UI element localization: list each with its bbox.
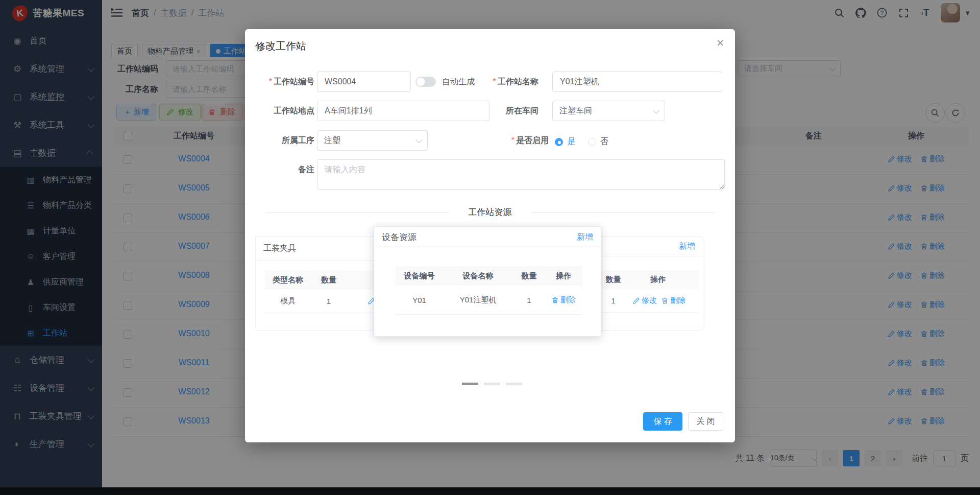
device-delete-link[interactable]: 删除 — [551, 295, 576, 304]
device-card-title: 设备资源 — [382, 231, 416, 243]
fixture-row-type: 模具 — [265, 296, 311, 306]
section-title: 工作站资源 — [449, 206, 531, 218]
chevron-down-icon — [653, 107, 660, 113]
close-icon[interactable]: × — [713, 35, 728, 51]
name-label: *工作站名称 — [449, 72, 538, 92]
device-card-add-link[interactable]: 新增 — [577, 232, 593, 243]
carousel-indicator[interactable] — [484, 383, 500, 385]
dialog-title: 修改工作站 — [255, 39, 306, 53]
enabled-no-radio[interactable]: 否 — [588, 136, 608, 147]
enabled-yes-radio[interactable]: 是 — [555, 136, 575, 147]
enabled-label: *是否启用 — [459, 130, 549, 151]
carousel-indicator[interactable] — [462, 383, 478, 385]
third-card-add-link[interactable]: 新增 — [679, 241, 695, 252]
process-select[interactable]: 注塑 — [317, 130, 428, 151]
app-screen: K 苦糖果MES ◉ 首页 ⚙ 系统管理 ▢ 系统监控 ⚒ 系统工具 ▤ 主数据… — [0, 0, 980, 495]
device-col-code: 设备编号 — [395, 271, 444, 281]
carousel-indicators — [462, 383, 522, 385]
fixture-col-qty: 数量 — [311, 275, 347, 285]
fixture-card-title: 工装夹具 — [263, 243, 296, 254]
carousel-indicator[interactable] — [506, 383, 522, 385]
device-col-name: 设备名称 — [444, 271, 512, 281]
chevron-down-icon — [416, 136, 423, 143]
device-row-qty: 1 — [512, 296, 546, 304]
workshop-select[interactable]: 注塑车间 — [552, 101, 665, 121]
code-label: *工作站编号 — [245, 72, 314, 92]
save-button[interactable]: 保 存 — [643, 412, 682, 431]
name-input[interactable] — [552, 72, 722, 92]
fixture-row-qty: 1 — [311, 297, 347, 305]
device-resource-card: 设备资源 新增 设备编号 设备名称 数量 操作 Y01 Y01注塑机 1 删除 — [374, 226, 601, 337]
third-col-actions: 操作 — [632, 275, 683, 285]
device-row-name: Y01注塑机 — [444, 295, 512, 305]
radio-unselected-icon — [588, 138, 596, 146]
edit-workstation-dialog: 修改工作站 × *工作站编号 自动生成 *工作站名称 工作站地点 所在车间 注塑… — [245, 29, 735, 442]
location-label: 工作站地点 — [245, 101, 314, 121]
auto-generate-toggle[interactable] — [415, 77, 436, 87]
workshop-label: 所在车间 — [449, 101, 538, 121]
third-delete-link[interactable]: 删除 — [661, 296, 685, 304]
device-row-code: Y01 — [395, 296, 444, 304]
third-edit-link[interactable]: 修改 — [632, 296, 657, 304]
device-col-actions: 操作 — [546, 271, 581, 281]
remark-label: 备注 — [245, 159, 314, 180]
radio-selected-icon — [555, 138, 563, 146]
process-label: 所属工序 — [245, 130, 314, 151]
remark-textarea[interactable] — [317, 159, 725, 190]
dialog-close-button[interactable]: 关 闭 — [688, 412, 723, 431]
device-col-qty: 数量 — [512, 271, 546, 281]
code-input[interactable] — [317, 72, 411, 92]
fixture-col-type: 类型名称 — [265, 275, 311, 285]
